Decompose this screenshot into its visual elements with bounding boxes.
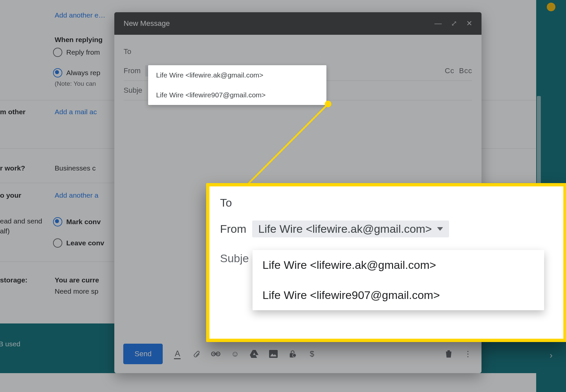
chevron-down-icon [437,227,443,231]
radio-leave-conv[interactable] [53,238,62,248]
callout-from-selected: Life Wire <lifewire.ak@gmail.com> [258,222,432,235]
insert-money-icon[interactable]: $ [307,349,316,359]
to-label: To [124,47,131,56]
add-another-email-link[interactable]: Add another e… [55,11,105,19]
subject-label: Subje [124,86,142,95]
close-icon[interactable]: ✕ [466,19,472,28]
svg-point-4 [293,354,296,357]
discard-draft-icon[interactable] [444,349,453,359]
collapse-panel-icon[interactable]: › [550,350,553,361]
leave-conv-label: Leave conv [66,239,104,247]
when-replying-heading: When replying [55,36,103,44]
compose-title: New Message [124,19,170,28]
insert-drive-icon[interactable] [250,349,259,359]
label-storage: storage: [0,276,28,284]
send-button[interactable]: Send [123,344,163,364]
bcc-button[interactable]: Bcc [459,67,472,75]
insert-emoji-icon[interactable]: ☺ [230,349,240,359]
from-dropdown-menu: Life Wire <lifewire.ak@gmail.com> Life W… [148,65,326,105]
from-option-0[interactable]: Life Wire <lifewire.ak@gmail.com> [148,65,326,85]
from-label: From [124,67,141,75]
mark-conv-label: Mark conv [66,218,101,226]
need-more: Need more sp [55,287,98,295]
callout-from-dropdown-trigger[interactable]: Life Wire <lifewire.ak@gmail.com> [252,220,449,237]
minimize-icon[interactable]: — [434,19,442,28]
add-another-account-link[interactable]: Add another a [55,191,98,199]
reply-from-label: Reply from [66,48,100,56]
businesses-text: Businesses c [55,164,96,172]
fullscreen-icon[interactable]: ⤢ [451,19,457,28]
more-options-icon[interactable]: ⋮ [463,349,473,359]
callout-from-option-0[interactable]: Life Wire <lifewire.ak@gmail.com> [253,250,544,280]
confidential-mode-icon[interactable] [288,349,297,359]
you-are-curr: You are curre [55,276,99,284]
radio-mark-conv[interactable] [53,217,62,226]
always-reply-label: Always rep [66,69,100,77]
insert-photo-icon[interactable] [269,349,278,359]
label-m-other: m other [0,108,26,116]
cc-button[interactable]: Cc [445,67,454,75]
callout-from-label: From [220,222,246,235]
text-format-icon[interactable]: A [173,349,182,359]
label-alf: alf) [0,227,10,235]
attach-file-icon[interactable] [192,349,201,359]
svg-rect-2 [269,350,278,358]
always-reply-note: (Note: You can [55,80,96,87]
radio-reply-from[interactable] [53,48,62,57]
label-r-work: r work? [0,164,25,172]
insert-link-icon[interactable] [211,349,220,359]
to-row[interactable]: To [124,42,472,61]
radio-always-reply[interactable] [53,68,62,77]
compose-titlebar[interactable]: New Message — ⤢ ✕ [114,12,481,35]
callout-from-option-1[interactable]: Life Wire <lifewire907@gmail.com> [253,280,544,310]
compose-toolbar: Send A ☺ $ ⋮ [123,344,473,364]
callout-from-dropdown-menu: Life Wire <lifewire.ak@gmail.com> Life W… [253,250,544,310]
annotation-callout: To From Life Wire <lifewire.ak@gmail.com… [206,183,566,342]
callout-to-label: To [220,196,553,209]
keep-icon[interactable] [547,3,555,11]
label-o-your: o your [0,191,21,199]
label-ead-send: ead and send [0,217,42,225]
add-mail-account-link[interactable]: Add a mail ac [55,108,97,116]
from-option-1[interactable]: Life Wire <lifewire907@gmail.com> [148,85,326,105]
storage-used-text: B used [0,340,20,348]
